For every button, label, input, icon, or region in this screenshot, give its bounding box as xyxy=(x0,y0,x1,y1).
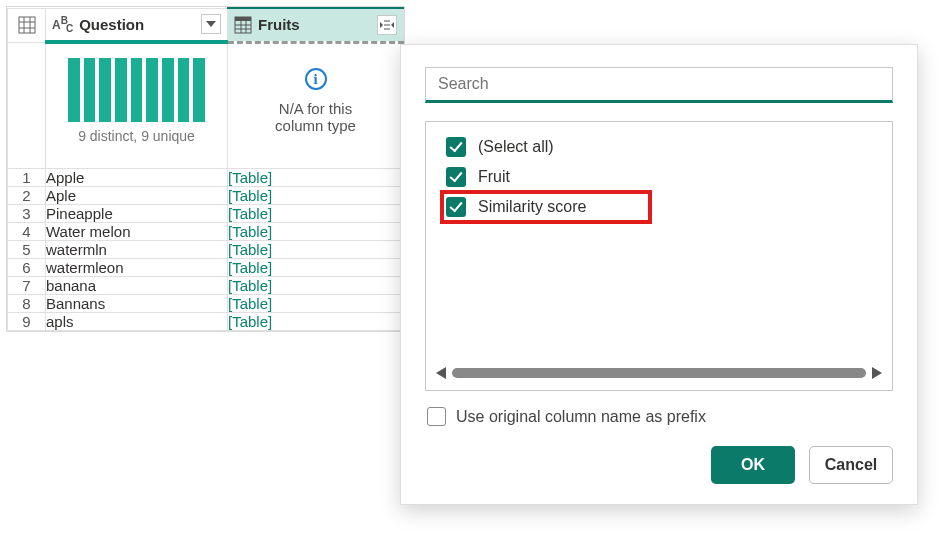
profile-gutter xyxy=(8,42,46,168)
svg-rect-6 xyxy=(235,17,251,21)
option-label: Fruit xyxy=(478,168,510,186)
cell-fruits[interactable]: [Table] xyxy=(228,186,404,204)
select-all-rows[interactable] xyxy=(8,8,46,42)
expand-column-icon[interactable] xyxy=(377,15,397,35)
ok-button[interactable]: OK xyxy=(711,446,795,484)
row-number[interactable]: 7 xyxy=(8,276,46,294)
row-number[interactable]: 6 xyxy=(8,258,46,276)
data-grid: ABC Question Fruits xyxy=(6,6,405,332)
column-label: Fruits xyxy=(258,16,371,33)
cell-fruits[interactable]: [Table] xyxy=(228,222,404,240)
checkbox-checked-icon xyxy=(446,197,466,217)
cell-question[interactable]: Bannans xyxy=(46,294,228,312)
cell-question[interactable]: banana xyxy=(46,276,228,294)
cell-question[interactable]: Pineapple xyxy=(46,204,228,222)
table-type-icon xyxy=(234,16,252,34)
info-icon: i xyxy=(305,68,327,90)
row-number[interactable]: 2 xyxy=(8,186,46,204)
dialog-buttons: OK Cancel xyxy=(425,446,893,484)
row-number[interactable]: 1 xyxy=(8,168,46,186)
column-header-fruits[interactable]: Fruits xyxy=(228,8,404,42)
horizontal-scrollbar[interactable] xyxy=(436,364,882,382)
na-text: N/A for this xyxy=(228,100,403,117)
na-text: column type xyxy=(228,117,403,134)
table-icon xyxy=(18,16,36,34)
option-select-all[interactable]: (Select all) xyxy=(442,132,892,162)
row-number[interactable]: 9 xyxy=(8,312,46,330)
distinct-unique-stat: 9 distinct, 9 unique xyxy=(46,122,227,154)
cell-question[interactable]: Water melon xyxy=(46,222,228,240)
scroll-left-icon xyxy=(436,367,446,379)
row-number[interactable]: 8 xyxy=(8,294,46,312)
cell-fruits[interactable]: [Table] xyxy=(228,240,404,258)
cell-question[interactable]: Aple xyxy=(46,186,228,204)
search-input[interactable] xyxy=(425,67,893,103)
scrollbar-track[interactable] xyxy=(452,368,866,378)
cell-fruits[interactable]: [Table] xyxy=(228,168,404,186)
scroll-right-icon xyxy=(872,367,882,379)
checkbox-checked-icon xyxy=(446,137,466,157)
cell-fruits[interactable]: [Table] xyxy=(228,276,404,294)
checkbox-unchecked-icon xyxy=(427,407,446,426)
distribution-bars xyxy=(46,44,227,122)
column-profile-fruits: i N/A for this column type xyxy=(228,42,404,168)
cell-fruits[interactable]: [Table] xyxy=(228,258,404,276)
column-header-question[interactable]: ABC Question xyxy=(46,8,228,42)
column-label: Question xyxy=(79,16,195,33)
option-similarity-score[interactable]: Similarity score xyxy=(442,192,650,222)
svg-rect-0 xyxy=(19,17,35,33)
cell-question[interactable]: watermln xyxy=(46,240,228,258)
column-select-list: (Select all) Fruit Similarity score xyxy=(425,121,893,391)
row-number[interactable]: 4 xyxy=(8,222,46,240)
cell-fruits[interactable]: [Table] xyxy=(228,294,404,312)
expand-column-popup: (Select all) Fruit Similarity score Use … xyxy=(400,44,918,505)
row-number[interactable]: 5 xyxy=(8,240,46,258)
cell-question[interactable]: apls xyxy=(46,312,228,330)
cell-question[interactable]: Apple xyxy=(46,168,228,186)
cell-fruits[interactable]: [Table] xyxy=(228,312,404,330)
option-label: Similarity score xyxy=(478,198,586,216)
filter-dropdown-icon[interactable] xyxy=(201,14,221,34)
option-fruit[interactable]: Fruit xyxy=(442,162,892,192)
prefix-label: Use original column name as prefix xyxy=(456,408,706,426)
option-label: (Select all) xyxy=(478,138,554,156)
use-prefix-checkbox[interactable]: Use original column name as prefix xyxy=(427,407,893,426)
row-number[interactable]: 3 xyxy=(8,204,46,222)
cell-fruits[interactable]: [Table] xyxy=(228,204,404,222)
column-profile-question: 9 distinct, 9 unique xyxy=(46,42,228,168)
text-type-icon: ABC xyxy=(52,15,73,34)
cancel-button[interactable]: Cancel xyxy=(809,446,893,484)
cell-question[interactable]: watermleon xyxy=(46,258,228,276)
checkbox-checked-icon xyxy=(446,167,466,187)
